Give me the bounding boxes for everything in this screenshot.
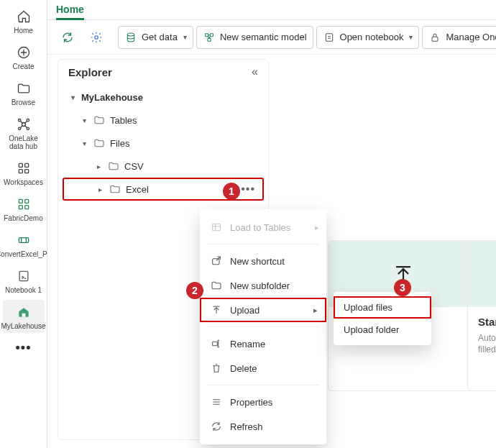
gear-icon <box>90 31 103 44</box>
svg-rect-25 <box>213 259 219 265</box>
svg-rect-23 <box>432 37 438 41</box>
ctx-label: New shortcut <box>230 256 285 267</box>
nav-convertexcel[interactable]: ConvertExcel_PL <box>3 228 45 261</box>
tree-item-csv[interactable]: ▸ CSV <box>63 155 264 178</box>
upload-submenu: Upload files Upload folder <box>334 292 431 345</box>
menu-separator <box>207 326 319 327</box>
ctx-label: Load to Tables <box>230 222 290 233</box>
ctx-refresh[interactable]: Refresh <box>200 414 326 439</box>
ctx-load-to-tables: Load to Tables ▸ <box>200 215 326 239</box>
ctx-label: Delete <box>230 363 257 374</box>
sub-label: Upload files <box>344 302 392 313</box>
nav-mylakehouse[interactable]: MyLakehouse <box>3 300 45 333</box>
tree-label: Excel <box>126 184 149 195</box>
folder-icon <box>109 183 121 196</box>
ctx-new-shortcut[interactable]: New shortcut <box>200 249 326 273</box>
ctx-rename[interactable]: Rename <box>200 332 326 356</box>
chevron-right-icon: ▸ <box>313 306 318 315</box>
new-model-button[interactable]: New semantic model <box>196 26 313 49</box>
svg-rect-20 <box>210 33 213 36</box>
ctx-label: Upload <box>230 305 260 316</box>
properties-icon <box>210 396 223 408</box>
ctx-label: Rename <box>230 339 265 349</box>
svg-rect-13 <box>24 206 28 209</box>
callout-badge-1: 1 <box>223 183 240 200</box>
open-notebook-label: Open notebook <box>340 32 404 42</box>
left-nav-rail: Home Create Browse OneLake data hub Work… <box>0 0 47 448</box>
card-title: Start wit <box>478 316 496 328</box>
card-desc-line: filled with <box>478 344 496 355</box>
svg-rect-22 <box>326 33 332 41</box>
table-icon <box>210 221 223 234</box>
tree-item-files[interactable]: ▾ Files <box>63 132 264 155</box>
refresh-green-button[interactable] <box>55 26 81 49</box>
grid-icon <box>16 160 32 176</box>
nav-label: ConvertExcel_PL <box>0 250 51 258</box>
more-actions-icon[interactable]: ••• <box>241 183 255 196</box>
submenu-upload-files[interactable]: Upload files <box>334 296 431 319</box>
ctx-upload[interactable]: Upload ▸ <box>200 298 326 322</box>
nav-browse[interactable]: Browse <box>3 76 45 109</box>
settings-button[interactable] <box>83 26 109 49</box>
ctx-label: Properties <box>230 397 272 408</box>
nav-label: FabricDemo <box>4 214 42 222</box>
main-area: pad data from your local chine. Start wi… <box>47 55 496 448</box>
upload-icon <box>210 303 223 316</box>
svg-rect-7 <box>24 163 28 167</box>
nav-label: Home <box>14 27 33 35</box>
nav-label: MyLakehouse <box>1 322 45 330</box>
svg-rect-24 <box>213 224 221 230</box>
nav-workspaces[interactable]: Workspaces <box>3 156 45 189</box>
nav-fabricdemo[interactable]: FabricDemo <box>3 192 45 225</box>
svg-rect-16 <box>22 314 25 317</box>
menu-separator <box>207 244 319 244</box>
submenu-upload-folder[interactable]: Upload folder <box>334 319 431 341</box>
svg-point-5 <box>27 127 29 129</box>
svg-rect-11 <box>24 199 28 203</box>
workspace-icon <box>16 196 32 212</box>
ctx-properties[interactable]: Properties <box>200 390 326 414</box>
nav-more[interactable]: ••• <box>3 336 45 358</box>
svg-point-18 <box>127 33 134 36</box>
ctx-new-subfolder[interactable]: New subfolder <box>200 273 326 298</box>
open-notebook-button[interactable]: Open notebook ▾ <box>316 26 420 49</box>
svg-rect-10 <box>19 199 22 203</box>
manage-label: Manage OneL <box>446 32 496 42</box>
refresh-green-icon <box>61 31 74 44</box>
chevron-down-icon: ▾ <box>183 33 187 41</box>
chevron-right-icon: ▸ <box>96 186 104 193</box>
ctx-delete[interactable]: Delete <box>200 356 326 380</box>
manage-button[interactable]: Manage OneL <box>422 26 496 49</box>
database-icon <box>124 31 137 44</box>
chevron-down-icon: ▾ <box>68 93 77 101</box>
collapse-icon[interactable]: « <box>252 65 258 78</box>
plus-circle-icon <box>16 45 32 60</box>
nav-home[interactable]: Home <box>3 4 45 37</box>
chevron-down-icon: ▾ <box>409 33 413 41</box>
folder-plus-icon <box>210 279 223 292</box>
toolbar: Get data ▾ New semantic model Open noteb… <box>47 20 496 55</box>
trash-icon <box>210 362 223 375</box>
get-data-button[interactable]: Get data ▾ <box>118 26 193 49</box>
refresh-icon <box>210 420 223 433</box>
more-icon: ••• <box>16 340 32 355</box>
tree-root-mylakehouse[interactable]: ▾ MyLakehouse <box>63 86 264 109</box>
card-head <box>468 241 496 307</box>
svg-point-2 <box>18 119 20 122</box>
folder-icon <box>93 114 106 127</box>
tree-item-tables[interactable]: ▾ Tables <box>63 109 264 132</box>
svg-rect-14 <box>19 238 28 243</box>
header-tab-home[interactable]: Home <box>56 4 84 20</box>
card-start-with[interactable]: Start wit Automatic filled with <box>467 240 496 391</box>
nav-label: Create <box>12 63 34 70</box>
svg-rect-26 <box>213 342 218 345</box>
card-desc-line: Automatic <box>478 332 496 344</box>
nav-notebook[interactable]: Notebook 1 <box>3 264 45 297</box>
nav-onelake[interactable]: OneLake data hub <box>3 112 45 153</box>
chevron-down-icon: ▾ <box>80 116 88 124</box>
callout-badge-3: 3 <box>394 279 411 296</box>
folder-icon <box>93 137 106 150</box>
nav-create[interactable]: Create <box>3 40 45 73</box>
context-menu: Load to Tables ▸ New shortcut New subfol… <box>200 209 326 444</box>
folder-icon <box>16 81 32 96</box>
